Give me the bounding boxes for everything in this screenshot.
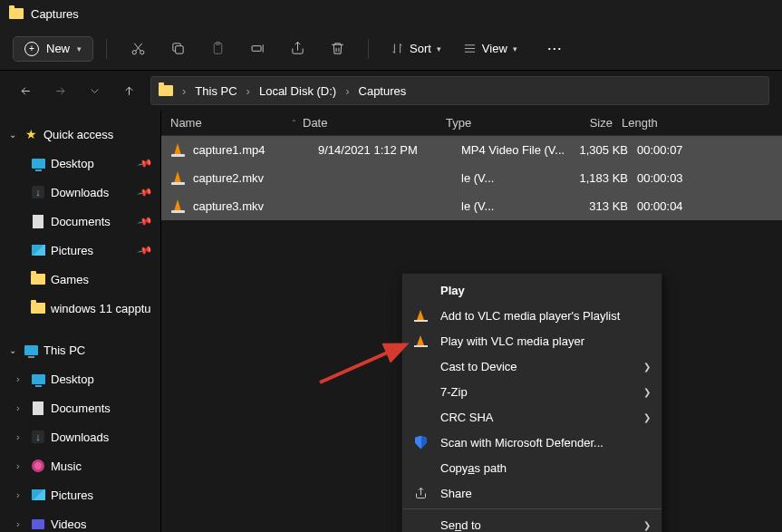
doc-icon	[33, 401, 43, 415]
sidebar-this-pc[interactable]: ⌄ This PC	[0, 335, 160, 364]
new-label: New	[46, 42, 70, 55]
sidebar-item[interactable]: ›Pictures	[0, 480, 160, 509]
chevron-down-icon: ▾	[513, 44, 517, 53]
more-button[interactable]: ···	[537, 33, 574, 65]
pin-icon: 📌	[137, 213, 154, 229]
menu-play[interactable]: Play	[402, 277, 661, 303]
folder-icon	[31, 274, 45, 285]
view-button[interactable]: View ▾	[454, 36, 526, 61]
chevron-down-icon: ⌄	[9, 345, 18, 355]
share-button[interactable]	[279, 33, 315, 65]
col-date[interactable]: Date	[303, 116, 446, 130]
new-button[interactable]: + New ▾	[13, 36, 93, 62]
share-icon	[413, 486, 429, 501]
col-length[interactable]: Length	[622, 116, 782, 130]
copy-button[interactable]	[159, 33, 196, 65]
recent-button[interactable]	[82, 78, 107, 103]
svg-rect-2	[175, 46, 183, 54]
menu-add-vlc[interactable]: Add to VLC media player's Playlist	[402, 303, 661, 328]
sidebar-item[interactable]: Pictures📌	[0, 236, 160, 265]
doc-icon	[33, 215, 43, 228]
shield-icon	[415, 436, 427, 450]
separator	[368, 39, 369, 59]
sidebar-item-label: Documents	[51, 401, 111, 415]
chevron-right-icon: ❯	[643, 412, 651, 422]
file-row[interactable]: capture1.mp49/14/2021 1:12 PMMP4 Video F…	[161, 136, 782, 164]
col-size[interactable]: Size	[551, 116, 622, 130]
sidebar-item[interactable]: ›Desktop	[0, 364, 160, 393]
window-title: Captures	[31, 7, 79, 21]
pin-icon: 📌	[137, 242, 154, 258]
sidebar-item[interactable]: ›Documents	[0, 393, 160, 422]
sidebar-item-label: Downloads	[51, 430, 109, 444]
cut-button[interactable]	[120, 33, 156, 65]
sidebar-item[interactable]: ›Videos	[0, 509, 160, 532]
sidebar-item-label: Videos	[51, 517, 87, 531]
chevron-right-icon: ›	[182, 84, 186, 98]
file-list: Name⌃ Date Type Size Length capture1.mp4…	[161, 111, 782, 532]
sidebar-item[interactable]: Games	[0, 265, 160, 294]
titlebar: Captures	[0, 0, 782, 27]
chevron-down-icon: ▾	[77, 44, 82, 53]
sort-indicator-icon: ⌃	[291, 119, 297, 127]
sidebar-item[interactable]: ↓Downloads📌	[0, 178, 160, 207]
menu-7zip[interactable]: 7-Zip❯	[402, 379, 661, 404]
toolbar: + New ▾ Sort ▾ View ▾ ···	[0, 27, 782, 71]
forward-button[interactable]	[47, 78, 72, 103]
music-icon	[32, 459, 44, 472]
col-name[interactable]: Name⌃	[170, 116, 303, 130]
sidebar-item-label: Downloads	[51, 186, 109, 199]
cell-size: 1,305 KB	[566, 143, 637, 157]
sidebar-item[interactable]: Desktop📌	[0, 149, 160, 178]
up-button[interactable]	[116, 78, 141, 103]
menu-share[interactable]: Share	[402, 480, 661, 506]
file-row[interactable]: capture2.mkvle (V...1,183 KB00:00:03	[161, 164, 782, 192]
vlc-icon	[414, 310, 428, 322]
menu-copy-path[interactable]: Copy as path	[402, 455, 661, 480]
back-button[interactable]	[13, 78, 38, 103]
sort-button[interactable]: Sort ▾	[381, 36, 450, 61]
sidebar-item-label: Music	[51, 459, 82, 473]
cell-date: 9/14/2021 1:12 PM	[318, 143, 461, 157]
paste-button[interactable]	[199, 33, 236, 65]
dl-icon: ↓	[32, 186, 44, 198]
menu-cast[interactable]: Cast to Device❯	[402, 353, 661, 379]
cell-size: 1,183 KB	[566, 171, 637, 185]
cell-len: 00:00:04	[637, 199, 782, 213]
vlc-icon	[170, 171, 186, 185]
folder-icon	[31, 303, 45, 314]
menu-scan[interactable]: Scan with Microsoft Defender...	[402, 430, 661, 455]
sidebar-item[interactable]: windows 11 capptu	[0, 294, 160, 323]
context-menu: Play Add to VLC media player's Playlist …	[401, 273, 662, 532]
breadcrumb-item[interactable]: Captures	[353, 82, 412, 100]
vid-icon	[32, 519, 44, 529]
sidebar-label: This PC	[43, 343, 85, 357]
monitor-icon	[32, 159, 45, 169]
sidebar-item[interactable]: ›↓Downloads	[0, 422, 160, 451]
pin-icon: 📌	[137, 184, 154, 200]
menu-sendto[interactable]: Send to❯	[402, 512, 661, 532]
pin-icon: 📌	[137, 155, 154, 171]
rename-button[interactable]	[239, 33, 275, 65]
address-bar[interactable]: › This PC › Local Disk (D:) › Captures	[150, 76, 769, 105]
sidebar-item-label: Desktop	[51, 157, 94, 170]
chevron-right-icon: ›	[345, 84, 349, 98]
cell-type: le (V...	[461, 199, 566, 213]
file-row[interactable]: capture3.mkvle (V...313 KB00:00:04	[161, 192, 782, 220]
sidebar-item[interactable]: ›Music	[0, 451, 160, 480]
cell-len: 00:00:07	[637, 143, 782, 157]
chevron-right-icon: ›	[246, 84, 250, 98]
col-type[interactable]: Type	[446, 116, 551, 130]
sidebar-item-label: Pictures	[51, 488, 93, 502]
delete-button[interactable]	[319, 33, 355, 65]
sidebar-label: Quick access	[43, 128, 113, 141]
menu-play-vlc[interactable]: Play with VLC media player	[402, 328, 661, 353]
chevron-right-icon: ❯	[643, 362, 651, 372]
menu-separator	[402, 508, 661, 509]
menu-crc[interactable]: CRC SHA❯	[402, 404, 661, 430]
sidebar-item[interactable]: Documents📌	[0, 207, 160, 236]
sidebar-quick-access[interactable]: ⌄ ★ Quick access	[0, 120, 160, 149]
breadcrumb-item[interactable]: Local Disk (D:)	[254, 82, 342, 100]
breadcrumb-item[interactable]: This PC	[189, 82, 242, 100]
monitor-icon	[32, 374, 45, 384]
